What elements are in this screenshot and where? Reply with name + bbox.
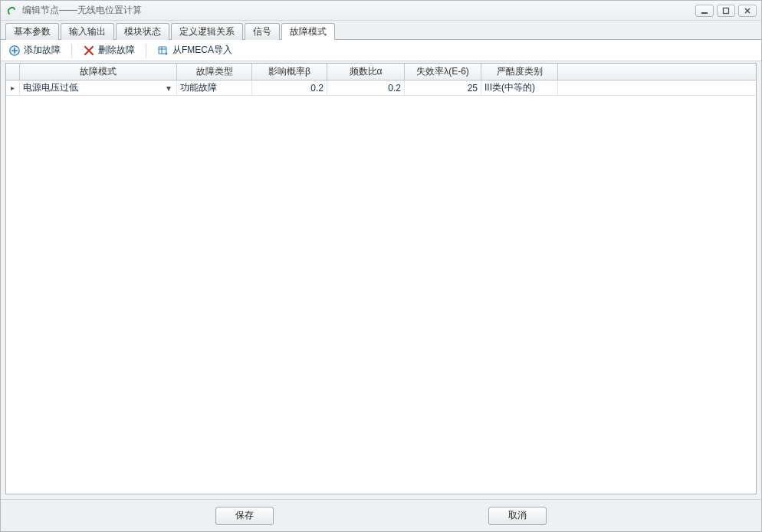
cell-text: 25 (468, 83, 478, 94)
delete-x-icon (83, 44, 95, 57)
button-label: 取消 (508, 509, 527, 522)
import-fmeca-button[interactable]: 从FMECA导入 (154, 42, 235, 58)
toolbar-label: 添加故障 (24, 44, 61, 57)
cell-text: 0.2 (388, 83, 401, 94)
grid-body[interactable]: ▸ 电源电压过低 ▾ 功能故障 0.2 0.2 25 III类(中等的) (6, 80, 756, 494)
grid-header: 故障模式 故障类型 影响概率β 频数比α 失效率λ(E-6) 严酷度类别 (6, 64, 756, 80)
button-label: 保存 (235, 509, 254, 522)
tab-label: 故障模式 (290, 25, 327, 38)
window-title: 编辑节点——无线电位置计算 (22, 4, 695, 17)
client-area: 基本参数 输入输出 模块状态 定义逻辑关系 信号 故障模式 添加故障 删除故障 (1, 21, 761, 531)
tab-strip: 基本参数 输入输出 模块状态 定义逻辑关系 信号 故障模式 (1, 21, 761, 40)
cell-text: III类(中等的) (484, 81, 535, 94)
row-indicator-icon: ▸ (6, 80, 20, 95)
maximize-button[interactable] (717, 5, 735, 17)
toolbar: 添加故障 删除故障 从FMECA导入 (1, 40, 761, 61)
svg-rect-3 (159, 47, 166, 54)
close-button[interactable] (738, 5, 757, 17)
plus-circle-icon (8, 44, 21, 57)
tab-module-state[interactable]: 模块状态 (116, 23, 169, 40)
titlebar: 编辑节点——无线电位置计算 (1, 1, 761, 21)
tab-io[interactable]: 输入输出 (61, 23, 114, 40)
tab-label: 信号 (253, 25, 271, 38)
tab-label: 模块状态 (124, 25, 161, 38)
cell-lambda[interactable]: 25 (405, 80, 481, 95)
cell-severity[interactable]: III类(中等的) (481, 80, 558, 95)
cell-beta[interactable]: 0.2 (252, 80, 327, 95)
cell-text: 电源电压过低 (23, 81, 78, 94)
tab-failure-mode[interactable]: 故障模式 (281, 23, 335, 40)
header-lambda[interactable]: 失效率λ(E-6) (405, 64, 481, 80)
tab-label: 基本参数 (14, 25, 51, 38)
tab-basic-params[interactable]: 基本参数 (5, 23, 59, 40)
cell-text: 功能故障 (180, 81, 217, 94)
failure-grid: 故障模式 故障类型 影响概率β 频数比α 失效率λ(E-6) 严酷度类别 ▸ 电… (5, 63, 757, 494)
save-button[interactable]: 保存 (215, 507, 274, 525)
delete-failure-button[interactable]: 删除故障 (80, 42, 138, 58)
svg-rect-1 (724, 8, 729, 13)
import-table-icon (157, 44, 169, 57)
cell-alpha[interactable]: 0.2 (327, 80, 405, 95)
toolbar-separator (71, 44, 72, 57)
header-alpha[interactable]: 频数比α (327, 64, 405, 80)
minimize-button[interactable] (695, 5, 714, 17)
tab-signal[interactable]: 信号 (245, 23, 280, 40)
dialog-window: 编辑节点——无线电位置计算 基本参数 输入输出 模块状态 定义逻辑关系 信号 故… (0, 0, 762, 532)
cell-failure-type[interactable]: 功能故障 (177, 80, 252, 95)
tab-logic-relations[interactable]: 定义逻辑关系 (171, 23, 243, 40)
window-controls (695, 5, 757, 17)
cancel-button[interactable]: 取消 (488, 507, 547, 525)
app-icon (5, 5, 18, 17)
tab-label: 定义逻辑关系 (179, 25, 235, 38)
footer: 保存 取消 (1, 499, 761, 531)
add-failure-button[interactable]: 添加故障 (5, 42, 64, 58)
tab-label: 输入输出 (69, 25, 106, 38)
table-row[interactable]: ▸ 电源电压过低 ▾ 功能故障 0.2 0.2 25 III类(中等的) (6, 80, 756, 96)
cell-failure-mode[interactable]: 电源电压过低 ▾ (20, 80, 177, 95)
toolbar-label: 删除故障 (98, 44, 135, 57)
svg-rect-0 (701, 12, 708, 14)
header-severity[interactable]: 严酷度类别 (481, 64, 558, 80)
header-failure-mode[interactable]: 故障模式 (20, 64, 177, 80)
dropdown-arrow-icon[interactable]: ▾ (164, 83, 173, 94)
toolbar-separator (146, 44, 146, 57)
header-beta[interactable]: 影响概率β (252, 64, 327, 80)
header-indicator (6, 64, 20, 80)
header-failure-type[interactable]: 故障类型 (177, 64, 252, 80)
toolbar-label: 从FMECA导入 (172, 44, 232, 57)
cell-text: 0.2 (310, 83, 324, 94)
